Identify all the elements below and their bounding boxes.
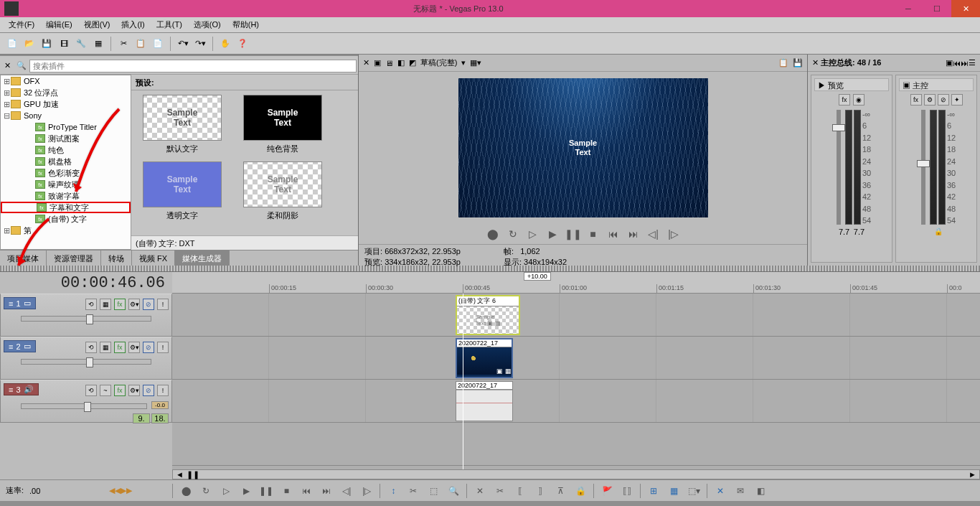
lane-3[interactable]: 20200722_17 xyxy=(172,380,980,423)
marker-button[interactable]: 🚩 xyxy=(600,484,614,498)
menu-edit[interactable]: 编辑(E) xyxy=(40,17,78,32)
tree-item[interactable]: 棋盘格 xyxy=(48,156,72,167)
trim-start-button[interactable]: ✕ xyxy=(473,484,487,498)
automation-icon[interactable]: ⚙▾ xyxy=(128,385,140,396)
snap-button[interactable]: ⊞ xyxy=(646,484,661,498)
mixer-icon[interactable]: ▣ xyxy=(946,58,953,67)
play-button[interactable]: ▶ xyxy=(547,228,560,240)
snap-grid-button[interactable]: ▦ xyxy=(666,484,681,498)
close-button[interactable]: ✕ xyxy=(951,0,980,17)
auto-crossfade-button[interactable]: ✕ xyxy=(713,484,727,498)
maximize-button[interactable]: ☐ xyxy=(923,0,951,17)
stop-button[interactable]: ■ xyxy=(279,484,293,498)
preview-save-icon[interactable]: 💾 xyxy=(793,58,803,67)
solo-icon[interactable]: ! xyxy=(157,342,169,353)
menu-file[interactable]: 文件(F) xyxy=(3,17,40,32)
tab-media-generators[interactable]: 媒体生成器 xyxy=(175,250,230,266)
empty-lane[interactable] xyxy=(172,423,980,466)
loop-button[interactable]: ↻ xyxy=(199,484,213,498)
prev-frame-button[interactable]: ◁| xyxy=(339,484,354,498)
play-from-start-button[interactable]: ▷ xyxy=(527,228,540,240)
video-track-1-header[interactable]: ≡1▭ ⟲ ▦ fx ⚙▾ ⊘ ! xyxy=(0,294,172,337)
preset-solid[interactable]: Sample Text 纯色背景 xyxy=(236,95,329,154)
shuttle-icon[interactable]: ◀◀▶▶ xyxy=(109,486,132,495)
go-start-button[interactable]: ⏮ xyxy=(607,228,620,240)
menu-view[interactable]: 视图(V) xyxy=(78,17,116,32)
mute-icon[interactable]: ⊘ xyxy=(143,299,154,310)
record-button[interactable]: ⬤ xyxy=(486,228,499,240)
redo-button[interactable]: ↷▾ xyxy=(192,36,208,52)
envelope-tool[interactable]: ✂ xyxy=(406,484,420,498)
tree-item[interactable]: 色彩渐变 xyxy=(48,168,80,179)
preset-soft[interactable]: Sample Text 柔和阴影 xyxy=(236,161,329,221)
selection-tool[interactable]: ⬚ xyxy=(426,484,440,498)
auto-ripple-button[interactable]: ⬚▾ xyxy=(687,484,701,498)
track-fx-icon[interactable]: fx xyxy=(114,342,126,353)
tree-gpu[interactable]: GPU 加速 xyxy=(24,99,59,110)
preview-fx-icon[interactable]: ▣ xyxy=(374,58,381,67)
paste-button[interactable]: 📄 xyxy=(150,36,166,52)
mute-icon[interactable]: ◉ xyxy=(853,94,864,106)
cut-button[interactable]: ✂ xyxy=(493,484,507,498)
tree-item[interactable]: ProType Titler xyxy=(48,123,97,131)
text-clip[interactable]: (自带) 文字 6 SampleText ▣ ▦ xyxy=(456,295,520,335)
mixer-icon[interactable]: ⏮ xyxy=(953,59,961,67)
bypass-icon[interactable]: ⟲ xyxy=(85,299,97,310)
mixer-icon[interactable]: ☰ xyxy=(969,58,976,67)
tree-item[interactable]: 噪声纹理 xyxy=(48,179,80,190)
split-button[interactable]: ⊼ xyxy=(553,484,567,498)
preview-copy-icon[interactable]: 📋 xyxy=(778,58,788,67)
next-frame-button[interactable]: |▷ xyxy=(359,484,374,498)
go-start-button[interactable]: ⏮ xyxy=(299,484,314,498)
tree-folder[interactable]: 第 xyxy=(24,225,32,236)
tab-explorer[interactable]: 资源管理器 xyxy=(47,250,101,266)
preset-transparent[interactable]: Sample Text 透明文字 xyxy=(136,161,229,221)
preview-quality-label[interactable]: 草稿(完整) xyxy=(420,57,457,68)
go-end-button[interactable]: ⏭ xyxy=(319,484,334,498)
automation-icon[interactable]: ⚙▾ xyxy=(128,299,140,310)
track-lanes[interactable]: (自带) 文字 6 SampleText ▣ ▦ 20200722_17 ▣ ▦… xyxy=(172,294,980,469)
tool-button[interactable]: ▦ xyxy=(90,36,106,52)
play-button[interactable]: ▶ xyxy=(239,484,253,498)
play-start-button[interactable]: ▷ xyxy=(219,484,233,498)
trim-button[interactable]: ⟦ xyxy=(513,484,527,498)
quality-dropdown-icon[interactable]: ▾ xyxy=(461,58,466,67)
prev-frame-button[interactable]: ◁| xyxy=(647,228,660,240)
preview-quality-icon[interactable]: ◩ xyxy=(409,58,416,67)
invert-icon[interactable]: ~ xyxy=(100,385,111,396)
video-clip[interactable]: 20200722_17 ▣ ▦ xyxy=(456,338,513,378)
pause-button[interactable]: ❚❚ xyxy=(567,228,580,240)
pause-button[interactable]: ❚❚ xyxy=(259,484,273,498)
dim-icon[interactable]: ✦ xyxy=(951,94,963,106)
bypass-icon[interactable]: ⟲ xyxy=(85,342,97,353)
automation-icon[interactable]: ⚙▾ xyxy=(128,342,140,353)
solo-icon[interactable]: ! xyxy=(157,385,169,396)
tree-ofx[interactable]: OFX xyxy=(24,77,40,85)
playhead[interactable] xyxy=(463,294,463,469)
lane-1[interactable]: (自带) 文字 6 SampleText ▣ ▦ xyxy=(172,294,980,337)
tab-project-media[interactable]: 项目媒体 xyxy=(0,250,47,266)
video-track-2-header[interactable]: ≡2▭ ⟲ ▦ fx ⚙▾ ⊘ ! xyxy=(0,337,172,380)
search-input[interactable] xyxy=(29,60,357,72)
record-button[interactable]: ⬤ xyxy=(179,484,193,498)
menu-tools[interactable]: 工具(T) xyxy=(151,17,188,32)
preview-overlay-icon[interactable]: ▦▾ xyxy=(470,58,481,67)
solo-icon[interactable]: ! xyxy=(157,299,169,310)
menu-insert[interactable]: 插入(I) xyxy=(116,17,150,32)
tree-sony[interactable]: Sony xyxy=(24,111,42,120)
mute-icon[interactable]: ⊘ xyxy=(143,385,154,396)
master-fader[interactable] xyxy=(921,110,925,225)
tab-transitions[interactable]: 转场 xyxy=(101,250,132,266)
tree-fp32[interactable]: 32 位浮点 xyxy=(24,88,58,98)
workspace-splitter[interactable] xyxy=(0,266,980,271)
close-mixer-icon[interactable]: ✕ xyxy=(812,58,819,67)
track-fx-icon[interactable]: fx xyxy=(114,299,126,310)
audio-track-3-header[interactable]: ≡3🔊 ⟲ ~ fx ⚙▾ ⊘ ! -0.0 9. 18. xyxy=(0,380,172,423)
fx-icon[interactable]: fx xyxy=(839,94,850,106)
menu-options[interactable]: 选项(O) xyxy=(188,17,227,32)
bypass-icon[interactable]: ⟲ xyxy=(85,385,97,396)
track-fx-icon[interactable]: fx xyxy=(114,385,126,396)
region-button[interactable]: ⟦⟧ xyxy=(620,484,634,498)
tab-video-fx[interactable]: 视频 FX xyxy=(132,250,175,266)
vol-slider[interactable] xyxy=(21,403,147,409)
